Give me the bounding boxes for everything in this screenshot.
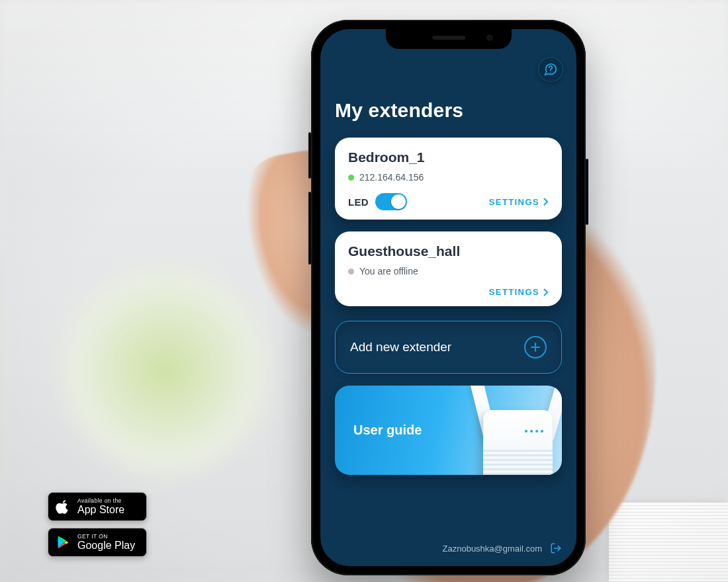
chevron-right-icon	[542, 288, 549, 296]
extender-name: Guesthouse_hall	[348, 243, 549, 259]
extender-status-text: 212.164.64.156	[359, 172, 424, 183]
help-icon	[543, 62, 558, 77]
google-play-badge[interactable]: GET IT ON Google Play	[48, 528, 147, 557]
phone-notch	[386, 29, 512, 49]
plus-icon	[524, 336, 547, 358]
add-extender-label: Add new extender	[350, 340, 451, 354]
settings-label: SETTINGS	[489, 197, 539, 207]
app-store-top: Available on the	[77, 498, 124, 504]
google-play-bottom: Google Play	[77, 540, 135, 551]
settings-button[interactable]: SETTINGS	[489, 197, 549, 207]
page-title: My extenders	[335, 99, 562, 122]
extender-name: Bedroom_1	[348, 149, 549, 165]
extender-device-illustration	[452, 386, 562, 475]
google-play-top: GET IT ON	[77, 534, 135, 540]
app-screen: My extenders Bedroom_1 212.164.64.156 LE…	[320, 29, 576, 566]
extender-card: Guesthouse_hall You are offline SETTINGS	[335, 231, 562, 306]
status-dot-offline	[348, 269, 354, 274]
extender-card: Bedroom_1 212.164.64.156 LED SETTINGS	[335, 138, 562, 220]
settings-label: SETTINGS	[489, 287, 539, 297]
phone-frame: My extenders Bedroom_1 212.164.64.156 LE…	[311, 20, 586, 575]
help-button[interactable]	[538, 57, 563, 82]
led-toggle[interactable]	[375, 193, 407, 210]
logout-button[interactable]	[550, 542, 562, 554]
user-guide-card[interactable]: User guide	[335, 386, 562, 475]
user-guide-label: User guide	[335, 423, 422, 438]
status-dot-online	[348, 175, 354, 181]
add-extender-button[interactable]: Add new extender	[335, 321, 562, 374]
paper-stack-decoration	[609, 503, 728, 582]
app-store-badge[interactable]: Available on the App Store	[48, 492, 147, 521]
extender-status-text: You are offline	[359, 266, 418, 276]
google-play-icon	[55, 536, 71, 549]
account-email: Zaznobushka@gmail.com	[443, 544, 542, 554]
chevron-right-icon	[542, 198, 549, 206]
settings-button[interactable]: SETTINGS	[489, 287, 549, 297]
apple-icon	[55, 499, 71, 514]
logout-icon	[550, 542, 562, 554]
led-label: LED	[348, 196, 369, 208]
svg-point-0	[550, 72, 551, 73]
app-store-bottom: App Store	[77, 505, 124, 515]
